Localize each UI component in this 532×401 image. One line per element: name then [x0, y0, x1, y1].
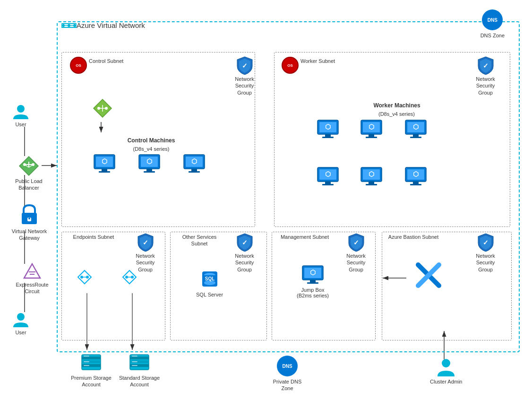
other-services-nsg-icon: ✓ Network Security Group: [232, 233, 257, 272]
control-vm-2: ⬡: [137, 154, 162, 174]
other-services-subnet-label: Other Services Subnet: [176, 234, 223, 247]
svg-text:⬡: ⬡: [413, 123, 419, 131]
svg-text:✓: ✓: [242, 62, 248, 70]
svg-rect-42: [366, 137, 377, 138]
user-2-icon: User: [12, 311, 29, 335]
svg-rect-107: [84, 356, 89, 357]
management-nsg-icon: ✓ Network Security Group: [343, 233, 369, 272]
svg-point-117: [442, 359, 450, 367]
svg-rect-114: [132, 356, 137, 357]
svg-point-98: [28, 218, 30, 219]
standard-storage-label: Standard Storage Account: [118, 375, 161, 388]
control-vm-3: ⬡: [182, 154, 206, 174]
azure-bastion-icon: [416, 262, 441, 288]
svg-point-66: [80, 276, 83, 279]
worker-machines-label: Worker Machines: [359, 102, 435, 110]
worker-subnet-label: Worker Subnet: [300, 58, 335, 64]
svg-marker-99: [24, 264, 40, 278]
expressroute-label: ExpressRoute Circuit: [13, 281, 51, 295]
svg-rect-116: [132, 365, 137, 366]
worker-vm-3: ⬡: [403, 119, 428, 140]
bastion-subnet-label: Azure Bastion Subnet: [387, 234, 439, 240]
svg-text:✓: ✓: [143, 239, 148, 246]
other-services-nsg-label: Network Security Group: [232, 253, 257, 273]
svg-text:⬡: ⬡: [325, 170, 331, 178]
svg-rect-61: [413, 182, 419, 184]
dns-zone-label: DNS Zone: [481, 32, 505, 39]
worker-machines-series: (D8s_v4 series): [360, 111, 433, 117]
svg-point-70: [125, 276, 128, 279]
svg-rect-104: [82, 357, 101, 359]
svg-point-13: [68, 24, 70, 27]
vnet-gateway-label: Virtual Network Gateway: [10, 228, 48, 242]
worker-vm-1: ⬡: [316, 119, 340, 140]
jump-box-series: (B2ms series): [294, 292, 332, 299]
svg-rect-21: [99, 171, 110, 173]
svg-text:⬡: ⬡: [413, 170, 419, 178]
worker-vm-2: ⬡: [359, 119, 384, 140]
cluster-admin-label: Cluster Admin: [430, 378, 462, 385]
bastion-nsg-label: Network Security Group: [472, 253, 498, 273]
worker-nsg-label: Network Security Group: [472, 76, 498, 96]
svg-rect-111: [130, 357, 149, 359]
worker-vm-6: ⬡: [403, 166, 428, 187]
svg-rect-47: [410, 137, 421, 138]
svg-text:⬡: ⬡: [102, 157, 107, 165]
svg-rect-51: [325, 182, 331, 184]
dns-zone-icon: DNS DNS Zone: [481, 9, 505, 37]
worker-vm-5: ⬡: [359, 166, 384, 187]
svg-text:✓: ✓: [483, 239, 489, 246]
svg-rect-52: [322, 184, 334, 185]
svg-rect-41: [369, 134, 374, 137]
control-nsg-label: Network Security Group: [232, 76, 257, 96]
svg-rect-109: [84, 365, 89, 366]
svg-text:⬡: ⬡: [369, 170, 374, 178]
worker-vm-4: ⬡: [316, 166, 340, 187]
vnet-gateway-icon: Virtual Network Gateway: [10, 203, 48, 241]
internal-lb-proper: [93, 98, 112, 119]
svg-rect-37: [322, 137, 334, 138]
svg-text:✓: ✓: [242, 239, 248, 246]
diagram: Azure Virtual Network DNS DNS Zone OS Co…: [0, 0, 532, 401]
public-lb-icon: Public Load Balancer: [12, 155, 45, 191]
pe-icon-2: [122, 270, 137, 285]
user-2-label: User: [15, 329, 26, 336]
public-lb-label: Public Load Balancer: [12, 178, 45, 192]
endpoints-subnet-label: Endpoints Subnet: [70, 234, 117, 240]
svg-point-88: [17, 105, 25, 113]
svg-rect-25: [146, 169, 152, 171]
svg-rect-115: [132, 361, 137, 362]
user-1-label: User: [15, 121, 26, 128]
standard-storage-icon: Standard Storage Account: [118, 351, 161, 387]
worker-openshift-icon: OS: [282, 57, 299, 74]
svg-text:⬡: ⬡: [146, 157, 152, 165]
control-machines-label: Control Machines: [113, 137, 189, 145]
svg-point-102: [17, 313, 25, 321]
svg-rect-83: [307, 282, 318, 284]
pe-icon-1: [77, 270, 92, 285]
svg-point-14: [73, 24, 76, 27]
bastion-nsg-icon: ✓ Network Security Group: [472, 233, 498, 272]
svg-rect-62: [410, 184, 421, 185]
svg-point-67: [86, 276, 89, 279]
management-subnet-label: Management Subnet: [279, 234, 331, 240]
svg-text:⬡: ⬡: [325, 123, 331, 131]
svg-rect-46: [413, 134, 419, 137]
control-openshift-icon: OS: [70, 57, 87, 74]
svg-text:⬡: ⬡: [310, 269, 316, 276]
svg-rect-31: [189, 171, 200, 173]
private-dns-icon: DNS Private DNS Zone: [268, 356, 306, 390]
svg-rect-108: [84, 361, 89, 362]
svg-text:⬡: ⬡: [369, 123, 374, 131]
premium-storage-icon: Premium Storage Account: [70, 351, 112, 387]
vnet-icon: [61, 20, 77, 31]
svg-rect-36: [325, 134, 331, 137]
sql-server-label: SQL Server: [196, 291, 223, 298]
management-nsg-label: Network Security Group: [343, 253, 369, 273]
control-vm-1: ⬡: [92, 154, 117, 174]
premium-storage-label: Premium Storage Account: [70, 375, 112, 388]
svg-rect-56: [369, 182, 374, 184]
sql-server-icon: SQL SQL Server: [196, 268, 223, 297]
svg-text:SQL: SQL: [205, 276, 215, 281]
svg-text:✓: ✓: [353, 239, 359, 246]
